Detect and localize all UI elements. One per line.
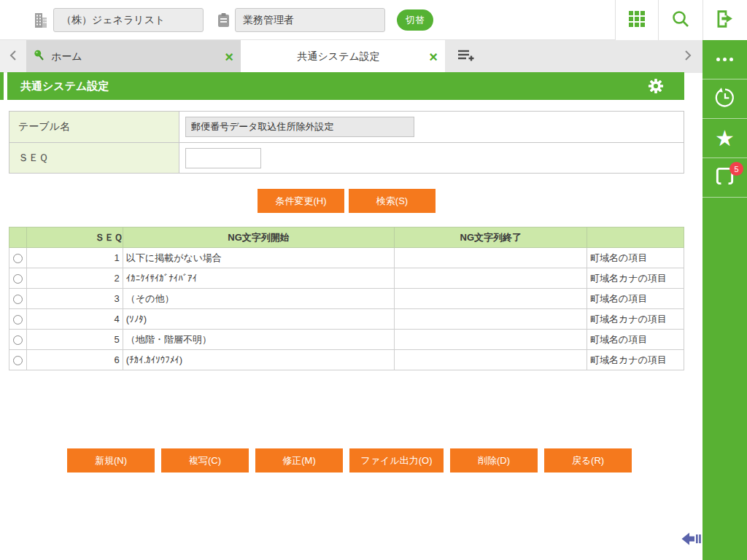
tabs-scroll-left-button[interactable]: [0, 40, 26, 73]
copy-button[interactable]: 複写(C): [161, 448, 249, 472]
row-radio[interactable]: [13, 356, 23, 365]
cell-ng-start: 以下に掲載がない場合: [123, 248, 395, 268]
switch-button[interactable]: 切替: [397, 9, 433, 31]
table-row: 3 （その他） 町域名の項目: [9, 289, 684, 309]
search-actions: 条件変更(H) 検索(S): [9, 189, 684, 213]
page-header: 共通システム設定: [7, 72, 684, 100]
header-seq: ＳＥＱ: [26, 228, 123, 248]
notifications-button[interactable]: 5: [703, 158, 747, 198]
row-radio[interactable]: [13, 295, 23, 304]
tabs-scroll-right-button[interactable]: [673, 40, 703, 73]
table-row: 2 ｲｶﾆｹｲｻｲｶﾞﾅｲﾊﾞｱｲ 町域名カナの項目: [9, 268, 684, 289]
role-input[interactable]: [235, 8, 385, 32]
cell-target: 町域名カナの項目: [587, 268, 684, 289]
collapse-sidebar-handle[interactable]: [681, 530, 703, 551]
cell-seq: 3: [26, 289, 123, 309]
favorites-button[interactable]: ★: [703, 119, 747, 158]
pin-icon: [34, 50, 44, 63]
settings-gear-icon[interactable]: [648, 78, 664, 96]
tab-home-close-icon[interactable]: ×: [225, 50, 233, 64]
row-radio[interactable]: [13, 335, 23, 345]
grid-icon: [627, 9, 646, 31]
notification-badge: 5: [729, 162, 743, 176]
header-ng-start: NG文字列開始: [123, 228, 395, 248]
table-name-field[interactable]: [185, 117, 414, 137]
results-header-row: ＳＥＱ NG文字列開始 NG文字列終了: [9, 228, 684, 248]
ellipsis-icon: [716, 58, 733, 61]
row-radio[interactable]: [13, 315, 23, 324]
history-button[interactable]: [703, 79, 747, 119]
table-row: 5 （地階・階層不明） 町域名の項目: [9, 330, 684, 350]
search-form: テーブル名 ＳＥＱ: [9, 111, 684, 174]
cell-target: 町域名の項目: [587, 248, 684, 268]
cell-target: 町域名カナの項目: [587, 350, 684, 370]
cell-ng-end: [395, 350, 587, 370]
tab-common-system-settings[interactable]: 共通システム設定 ×: [241, 40, 445, 73]
tab-common-system-settings-label: 共通システム設定: [248, 50, 429, 63]
bottom-actions: 新規(N) 複写(C) 修正(M) ファイル出力(O) 削除(D) 戻る(R): [67, 448, 632, 472]
table-name-label: テーブル名: [9, 112, 179, 142]
cell-ng-end: [395, 289, 587, 309]
tabbar-spacer: [487, 40, 673, 73]
seq-field[interactable]: [185, 148, 261, 168]
tab-common-system-settings-close-icon[interactable]: ×: [429, 50, 438, 64]
company-input[interactable]: [53, 8, 204, 32]
cell-ng-end: [395, 309, 587, 330]
new-button[interactable]: 新規(N): [67, 448, 155, 472]
arrow-left-icon: [681, 537, 703, 550]
clipboard-icon: [217, 12, 230, 28]
cell-seq: 5: [26, 330, 123, 350]
logout-icon: [715, 9, 735, 32]
logout-button[interactable]: [703, 0, 747, 40]
row-radio[interactable]: [13, 274, 23, 284]
tab-home-label: ホーム: [51, 50, 225, 63]
search-execute-button[interactable]: 検索(S): [349, 189, 436, 213]
chevron-left-icon: [9, 50, 17, 64]
cell-seq: 2: [26, 268, 123, 289]
more-options-button[interactable]: [703, 40, 747, 79]
cell-seq: 1: [26, 248, 123, 268]
cell-seq: 4: [26, 309, 123, 330]
tab-home[interactable]: ホーム ×: [26, 40, 241, 73]
right-sidebar: ★ 5: [703, 40, 747, 560]
form-row-table-name: テーブル名: [9, 112, 684, 142]
form-row-seq: ＳＥＱ: [9, 142, 684, 173]
search-button[interactable]: [658, 0, 703, 40]
apps-grid-button[interactable]: [615, 0, 658, 40]
cell-target: 町域名カナの項目: [587, 309, 684, 330]
back-button[interactable]: 戻る(R): [544, 448, 632, 472]
history-clock-icon: [713, 86, 737, 112]
cell-target: 町域名の項目: [587, 289, 684, 309]
table-row: 4 (ｿﾉﾀ) 町域名カナの項目: [9, 309, 684, 330]
tab-bar: ホーム × 共通システム設定 ×: [0, 40, 703, 73]
building-icon: [34, 12, 48, 28]
table-row: 1 以下に掲載がない場合 町域名の項目: [9, 248, 684, 268]
list-plus-icon: [457, 49, 475, 65]
cell-ng-start: （その他）: [123, 289, 395, 309]
cell-ng-end: [395, 330, 587, 350]
delete-button[interactable]: 削除(D): [450, 448, 538, 472]
new-tab-button[interactable]: [445, 40, 487, 73]
left-edge-accent: [0, 72, 4, 100]
cell-ng-end: [395, 248, 587, 268]
change-conditions-button[interactable]: 条件変更(H): [258, 189, 344, 213]
cell-ng-start: (ﾁｶｲ.ｶｲｿｳﾌﾒｲ): [123, 350, 395, 370]
cell-ng-end: [395, 268, 587, 289]
cell-seq: 6: [26, 350, 123, 370]
table-row: 6 (ﾁｶｲ.ｶｲｿｳﾌﾒｲ) 町域名カナの項目: [9, 350, 684, 370]
search-icon: [671, 9, 690, 31]
results-table: ＳＥＱ NG文字列開始 NG文字列終了 1 以下に掲載がない場合 町域名の項目 …: [9, 227, 684, 370]
cell-ng-start: ｲｶﾆｹｲｻｲｶﾞﾅｲﾊﾞｱｲ: [123, 268, 395, 289]
star-icon: ★: [715, 128, 735, 149]
seq-label: ＳＥＱ: [9, 143, 179, 173]
chevron-right-icon: [684, 50, 692, 64]
row-radio[interactable]: [13, 254, 23, 263]
page-title: 共通システム設定: [20, 79, 109, 93]
file-output-button[interactable]: ファイル出力(O): [349, 448, 444, 472]
cell-ng-start: (ｿﾉﾀ): [123, 309, 395, 330]
header-select: [9, 228, 27, 248]
edit-button[interactable]: 修正(M): [255, 448, 343, 472]
header-target: [587, 228, 684, 248]
top-bar: 切替: [0, 0, 747, 40]
header-ng-end: NG文字列終了: [395, 228, 587, 248]
